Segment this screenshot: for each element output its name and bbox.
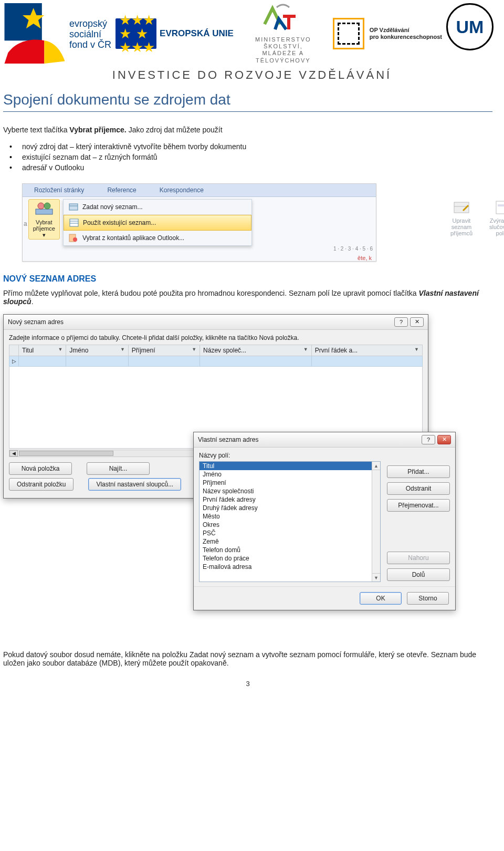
msmt-caption: MLÁDEŽE A TĚLOVÝCHOVY [238,50,329,64]
esf-line: fond v ČR [69,40,111,50]
move-up-button[interactable]: Nahoru [387,552,450,564]
column-header[interactable]: Titul▼ [19,345,66,356]
column-header[interactable]: Jméno▼ [66,345,129,356]
svg-point-13 [73,237,77,242]
remove-field-button[interactable]: Odstranit [387,482,450,495]
intro-paragraph: Vyberte text tlačítka Vybrat příjemce. J… [3,126,492,134]
esf-line: sociální [69,29,111,40]
cropped-text: ěte, k [23,254,376,261]
intro-text: Vyberte text tlačítka [3,126,69,134]
btn-label: slučovací pole [489,224,504,236]
menu-item-existing-list[interactable]: Použít existující seznam... [64,215,251,231]
list-item[interactable]: Druhý řádek adresy [200,504,380,512]
table-row[interactable]: ▷ [9,356,423,366]
ribbon-tab[interactable]: Korespondence [148,184,215,196]
list-item[interactable]: Telefon domů [200,546,380,554]
dialog-title: Nový seznam adres [8,318,64,326]
new-entry-button[interactable]: Nová položka [9,462,72,475]
list-item[interactable]: Město [200,512,380,521]
svg-point-5 [38,203,44,209]
list-item[interactable]: První řádek adresy [200,495,380,504]
list-item[interactable]: PSČ [200,529,380,537]
svg-rect-9 [70,219,78,226]
cancel-button[interactable]: Storno [407,592,449,605]
move-down-button[interactable]: Dolů [387,568,450,581]
esf-line: evropský [69,19,111,29]
list-item[interactable]: E-mailová adresa [200,563,380,571]
closing-paragraph: Pokud datový soubor dosud nemáte, klikně… [3,650,492,667]
scroll-up-arrow-icon[interactable]: ▲ [372,462,380,470]
row-marker-header [9,345,19,356]
list-item[interactable]: Titul [200,462,380,470]
find-button[interactable]: Najít... [87,462,150,475]
dialog-title: Vlastní seznam adres [198,436,258,443]
list-item[interactable]: Telefon do práce [200,554,380,563]
word-ribbon-figure: Rozložení stránky Reference Korespondenc… [22,183,376,262]
rename-field-button[interactable]: Přejmenovat... [387,499,450,512]
new-list-icon [69,202,78,212]
svg-rect-17 [498,204,504,206]
ribbon-tab[interactable]: Rozložení stránky [23,184,96,196]
source-options-list: nový zdroj dat – který interaktivně vytv… [22,142,492,172]
btn-label: příjemců [450,230,472,236]
column-header[interactable]: Příjmení▼ [128,345,200,356]
section-paragraph: Přímo můžete vyplňovat pole, která budou… [3,289,492,306]
ribbon-tab[interactable]: Reference [96,184,148,196]
menu-label: Zadat nový seznam... [82,203,143,211]
close-button[interactable]: ✕ [410,317,424,327]
customize-columns-button[interactable]: Vlastní nastavení sloupců... [88,478,181,491]
body-text: . [32,297,34,306]
close-button[interactable]: ✕ [437,435,451,444]
existing-list-icon [69,218,79,227]
menu-item-outlook-contacts[interactable]: Vybrat z kontaktů aplikace Outlook... [64,231,251,245]
menu-label: Vybrat z kontaktů aplikace Outlook... [82,234,184,242]
ruler-fragment: 1 · 2 · 3 · 4 · 5 · 6 [333,246,373,252]
column-header[interactable]: První řádek a...▼ [311,345,422,356]
eu-flag-icon: ★ ★ ★★ ★★ ★ ★ [116,18,156,49]
add-field-button[interactable]: Přidat... [387,465,450,478]
list-item[interactable]: Okres [200,521,380,529]
ribbon-tabs: Rozložení stránky Reference Korespondenc… [23,184,376,197]
menu-item-new-list[interactable]: Zadat nový seznam... [64,200,251,215]
dialog-instruction: Zadejte informace o příjemci do tabulky.… [9,334,423,341]
help-button[interactable]: ? [394,317,408,327]
body-text: Přímo můžete vyplňovat pole, která budou… [3,289,418,297]
dialog-figure: Nový seznam adres ? ✕ Zadejte informace … [3,314,492,650]
row-marker: ▷ [9,356,19,366]
fields-listbox[interactable]: Titul Jméno Příjmení Název společnosti P… [199,461,381,582]
scroll-left-arrow-icon[interactable]: ◀ [9,450,18,456]
btn-label: příjemce ▾ [33,225,55,238]
address-table[interactable]: Titul▼ Jméno▼ Příjmení▼ Název společ...▼… [9,345,423,367]
list-item[interactable]: Jméno [200,470,380,479]
select-recipients-button[interactable]: Vybrat příjemce ▾ [28,199,60,240]
list-item[interactable]: Název společnosti [200,487,380,495]
ok-button[interactable]: OK [360,592,402,605]
list-item: adresář v Outlooku [22,163,492,172]
list-item: existující seznam dat – z různých formát… [22,153,492,161]
outlook-icon [69,233,78,243]
page-number: 3 [3,680,492,688]
edit-recipients-button[interactable]: Upravit seznam příjemců [446,199,477,237]
esf-logo: evropský sociální fond v ČR [1,3,111,64]
svg-rect-7 [69,204,78,210]
column-header[interactable]: Název společ...▼ [200,345,312,356]
msmt-logo-icon [262,3,304,36]
svg-rect-16 [496,201,504,214]
customize-address-list-dialog: Vlastní seznam adres ? ✕ Názvy polí: Tit… [193,432,456,610]
scroll-down-arrow-icon[interactable]: ▼ [372,573,380,582]
university-seal: UM [446,3,494,64]
list-item[interactable]: Země [200,537,380,546]
help-button[interactable]: ? [422,435,435,444]
vertical-scrollbar[interactable]: ▲ ▼ [372,462,380,582]
menu-label: Použít existující seznam... [83,219,156,226]
svg-point-6 [44,203,50,209]
intro-text: Jako zdroj dat můžete použít [127,126,223,134]
btn-label: Vybrat [33,219,55,225]
btn-label: Zvýraznit [489,217,504,224]
scroll-thumb[interactable] [19,451,113,456]
highlight-merge-fields-button[interactable]: Zvýraznit slučovací pole [485,199,504,237]
button-name-ref: Vybrat příjemce. [69,126,126,134]
list-item[interactable]: Příjmení [200,479,380,487]
svg-rect-4 [36,209,52,214]
delete-entry-button[interactable]: Odstranit položku [9,478,74,491]
